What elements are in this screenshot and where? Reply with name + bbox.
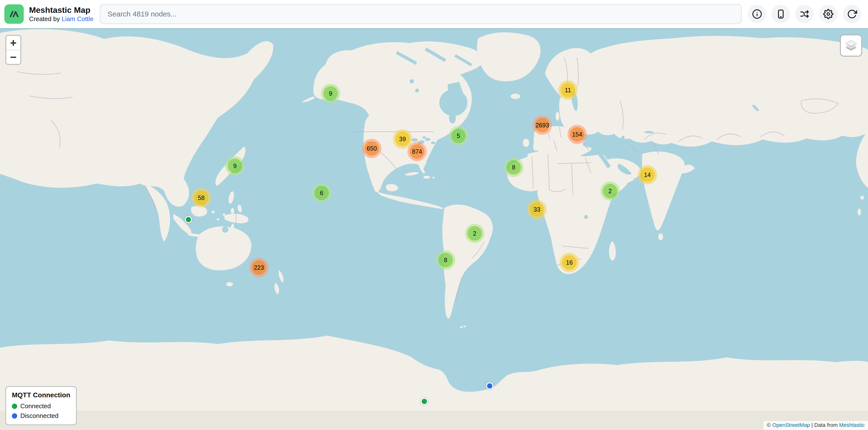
- mqtt-legend: MQTT Connection Connected Disconnected: [5, 386, 77, 425]
- header-buttons: [748, 5, 861, 23]
- zoom-out-button[interactable]: −: [6, 50, 20, 64]
- meshtastic-logo-icon: [4, 4, 24, 24]
- node-cluster[interactable]: 9: [225, 156, 245, 175]
- cluster-count: 8: [506, 160, 521, 174]
- smartphone-icon: [776, 9, 786, 19]
- node-cluster[interactable]: 223: [249, 258, 269, 277]
- settings-button[interactable]: [819, 5, 837, 23]
- cluster-count: 154: [570, 127, 584, 142]
- cluster-count: 9: [228, 159, 242, 173]
- connected-dot-icon: [12, 404, 17, 409]
- cluster-count: 2: [467, 226, 482, 241]
- author-link[interactable]: Liam Cottle: [62, 15, 93, 23]
- node-cluster[interactable]: 2: [600, 181, 620, 201]
- attribution: © OpenStreetMap | Data from Meshtastic: [764, 421, 868, 430]
- node-cluster[interactable]: 874: [407, 142, 427, 161]
- legend-item-disconnected: Disconnected: [12, 412, 70, 420]
- node-cluster[interactable]: 650: [362, 139, 381, 158]
- cluster-count: 14: [640, 168, 655, 182]
- header: Meshtastic Map Created by Liam Cottle: [0, 0, 868, 28]
- cluster-count: 39: [395, 132, 410, 146]
- zoom-in-button[interactable]: +: [6, 36, 20, 50]
- node-cluster[interactable]: 2: [465, 224, 485, 243]
- world-map: [0, 28, 868, 430]
- info-icon: [752, 9, 762, 19]
- node-cluster[interactable]: 14: [638, 165, 657, 185]
- node-cluster[interactable]: 8: [436, 250, 455, 270]
- node-cluster[interactable]: 8: [504, 158, 523, 177]
- cluster-count: 8: [438, 253, 453, 267]
- cluster-count: 9: [323, 86, 338, 101]
- osm-link[interactable]: OpenStreetMap: [772, 422, 810, 428]
- cluster-count: 650: [365, 141, 379, 156]
- refresh-icon: [847, 9, 857, 19]
- node-marker-connected[interactable]: [421, 398, 428, 405]
- meshtastic-map-app: Meshtastic Map Created by Liam Cottle: [0, 0, 868, 430]
- node-cluster[interactable]: 9: [321, 84, 340, 103]
- node-cluster[interactable]: 2693: [533, 115, 552, 135]
- layers-control[interactable]: [840, 34, 862, 57]
- cluster-count: 2: [603, 184, 617, 198]
- page-title: Meshtastic Map: [29, 5, 93, 15]
- map-canvas[interactable]: + − 911269315465039874598142586332223816…: [0, 28, 868, 430]
- node-cluster[interactable]: 16: [560, 253, 579, 272]
- cluster-count: 58: [194, 191, 209, 205]
- device-button[interactable]: [772, 5, 790, 23]
- node-cluster[interactable]: 33: [527, 200, 547, 219]
- copyright-symbol: ©: [767, 422, 771, 428]
- shuffle-icon: [800, 9, 810, 19]
- legend-label: Connected: [20, 402, 51, 410]
- disconnected-dot-icon: [12, 413, 17, 419]
- node-marker-connected[interactable]: [185, 216, 192, 223]
- cluster-count: 874: [410, 144, 424, 159]
- layers-icon: [844, 38, 858, 53]
- legend-item-connected: Connected: [12, 402, 70, 410]
- cluster-count: 16: [562, 255, 577, 270]
- info-button[interactable]: [748, 5, 766, 23]
- search-input[interactable]: [100, 4, 742, 24]
- byline: Created by Liam Cottle: [29, 15, 93, 23]
- brand: Meshtastic Map Created by Liam Cottle: [4, 4, 93, 24]
- node-cluster[interactable]: 5: [449, 126, 468, 145]
- node-cluster[interactable]: 11: [558, 80, 578, 100]
- meshtastic-link[interactable]: Meshtastic: [839, 422, 865, 428]
- node-cluster[interactable]: 58: [192, 188, 211, 207]
- byline-prefix: Created by: [29, 15, 60, 23]
- node-marker-disconnected[interactable]: [486, 382, 493, 390]
- node-cluster[interactable]: 6: [312, 183, 331, 203]
- node-cluster[interactable]: 154: [567, 125, 587, 144]
- zoom-control: + −: [5, 35, 21, 65]
- refresh-button[interactable]: [843, 5, 861, 23]
- cluster-count: 33: [530, 202, 544, 217]
- attribution-text: | Data from: [811, 422, 837, 428]
- shuffle-button[interactable]: [795, 5, 814, 23]
- cluster-count: 11: [561, 83, 575, 97]
- brand-text: Meshtastic Map Created by Liam Cottle: [29, 5, 93, 23]
- cluster-count: 6: [314, 186, 329, 200]
- legend-title: MQTT Connection: [12, 391, 70, 399]
- gear-icon: [823, 9, 833, 19]
- legend-label: Disconnected: [20, 412, 59, 420]
- cluster-count: 2693: [535, 118, 550, 132]
- cluster-count: 223: [252, 260, 266, 275]
- cluster-count: 5: [451, 129, 466, 143]
